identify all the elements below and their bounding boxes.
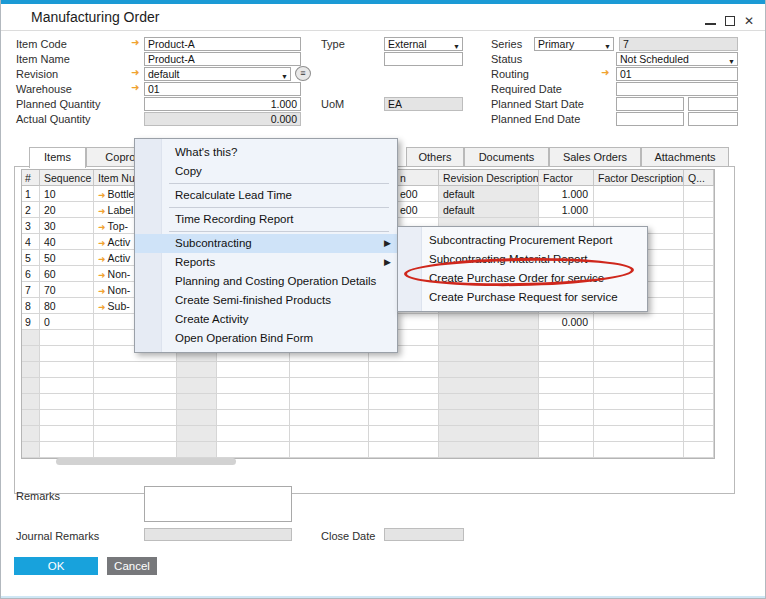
- item-name-input[interactable]: Product-A: [144, 52, 301, 66]
- cell-sequence[interactable]: [40, 362, 94, 378]
- planned-start-date-input[interactable]: [616, 97, 684, 111]
- cell-item-number[interactable]: [94, 394, 177, 410]
- cell-hidden1[interactable]: [177, 442, 217, 458]
- cell-row-number[interactable]: [22, 442, 40, 458]
- cell-fragment[interactable]: [369, 362, 439, 378]
- horizontal-scrollbar-thumb[interactable]: [56, 458, 236, 465]
- link-arrow-icon[interactable]: ➜: [98, 238, 106, 248]
- cell-sequence[interactable]: [40, 394, 94, 410]
- cell-sequence[interactable]: 30: [40, 218, 94, 234]
- cell-revision-description[interactable]: [439, 362, 539, 378]
- link-arrow-icon[interactable]: ➜: [98, 222, 106, 232]
- cell-sequence[interactable]: 50: [40, 250, 94, 266]
- cell-revision-description[interactable]: default: [439, 202, 539, 218]
- cell-hidden1[interactable]: [177, 362, 217, 378]
- menu-item-create-semi-finished[interactable]: Create Semi-finished Products: [135, 291, 397, 310]
- tab-documents[interactable]: Documents: [464, 147, 549, 167]
- cell-factor-description[interactable]: [594, 330, 684, 346]
- link-arrow-icon[interactable]: ➜: [98, 190, 106, 200]
- cell-factor-description[interactable]: [594, 426, 684, 442]
- cell-factor[interactable]: 0.000: [539, 314, 594, 330]
- cell-row-number[interactable]: 9: [22, 314, 40, 330]
- planned-end-time-input[interactable]: [688, 112, 738, 126]
- cell-factor-description[interactable]: [594, 394, 684, 410]
- cell-fragment[interactable]: [369, 410, 439, 426]
- cell-row-number[interactable]: 8: [22, 298, 40, 314]
- cell-hidden2[interactable]: [217, 378, 290, 394]
- menu-item-whats-this[interactable]: What's this?: [135, 143, 397, 162]
- cell-quantity[interactable]: [684, 410, 714, 426]
- menu-item-reports[interactable]: Reports ▶: [135, 253, 397, 272]
- cell-row-number[interactable]: [22, 346, 40, 362]
- submenu-item-create-purchase-request[interactable]: Create Purchase Request for service: [398, 288, 647, 307]
- cell-hidden3[interactable]: [290, 394, 369, 410]
- tab-attachments[interactable]: Attachments: [641, 147, 729, 167]
- item-code-link-arrow-icon[interactable]: ➜: [131, 37, 139, 48]
- cell-sequence[interactable]: [40, 426, 94, 442]
- menu-item-recalculate-lead-time[interactable]: Recalculate Lead Time: [135, 186, 397, 205]
- cell-quantity[interactable]: [684, 266, 714, 282]
- cell-item-number[interactable]: [94, 362, 177, 378]
- maximize-icon[interactable]: [723, 14, 737, 28]
- cell-hidden2[interactable]: [217, 394, 290, 410]
- cell-sequence[interactable]: 80: [40, 298, 94, 314]
- tab-others[interactable]: Others: [406, 147, 464, 167]
- cell-quantity[interactable]: [684, 250, 714, 266]
- cell-factor[interactable]: [539, 362, 594, 378]
- submenu-item-create-purchase-order[interactable]: Create Purchase Order for service: [398, 269, 647, 288]
- type-select[interactable]: External ▼: [384, 37, 463, 51]
- cell-sequence[interactable]: [40, 346, 94, 362]
- cell-hidden2[interactable]: [217, 442, 290, 458]
- cell-row-number[interactable]: [22, 426, 40, 442]
- tab-items[interactable]: Items: [29, 147, 86, 168]
- cell-fragment[interactable]: [369, 442, 439, 458]
- cell-quantity[interactable]: [684, 442, 714, 458]
- cell-sequence[interactable]: 60: [40, 266, 94, 282]
- cell-sequence[interactable]: 70: [40, 282, 94, 298]
- revision-link-arrow-icon[interactable]: ➜: [131, 67, 139, 78]
- warehouse-link-arrow-icon[interactable]: ➜: [131, 82, 139, 93]
- cell-quantity[interactable]: [684, 314, 714, 330]
- cell-hidden1[interactable]: [177, 410, 217, 426]
- remarks-textarea[interactable]: [144, 486, 292, 522]
- cell-hidden3[interactable]: [290, 362, 369, 378]
- link-arrow-icon[interactable]: ➜: [98, 254, 106, 264]
- cell-quantity[interactable]: [684, 394, 714, 410]
- submenu-item-procurement-report[interactable]: Subcontracting Procurement Report: [398, 231, 647, 250]
- cell-factor-description[interactable]: [594, 186, 684, 202]
- minimize-icon[interactable]: [704, 14, 718, 28]
- cell-row-number[interactable]: 4: [22, 234, 40, 250]
- cell-item-number[interactable]: [94, 410, 177, 426]
- cell-row-number[interactable]: 1: [22, 186, 40, 202]
- cell-revision-description[interactable]: [439, 426, 539, 442]
- cell-item-number[interactable]: [94, 426, 177, 442]
- cell-factor[interactable]: [539, 330, 594, 346]
- cell-row-number[interactable]: 2: [22, 202, 40, 218]
- cell-sequence[interactable]: [40, 410, 94, 426]
- cell-sequence[interactable]: 40: [40, 234, 94, 250]
- cell-fragment[interactable]: [369, 394, 439, 410]
- revision-menu-icon[interactable]: ≡: [295, 66, 311, 81]
- cell-fragment[interactable]: [369, 378, 439, 394]
- menu-item-copy[interactable]: Copy: [135, 162, 397, 181]
- cell-factor[interactable]: [539, 442, 594, 458]
- cell-factor[interactable]: 1.000: [539, 202, 594, 218]
- cell-factor-description[interactable]: [594, 314, 684, 330]
- cell-revision-description[interactable]: [439, 346, 539, 362]
- link-arrow-icon[interactable]: ➜: [98, 206, 106, 216]
- cell-row-number[interactable]: [22, 362, 40, 378]
- cell-row-number[interactable]: 7: [22, 282, 40, 298]
- link-arrow-icon[interactable]: ➜: [98, 302, 106, 312]
- planned-end-date-input[interactable]: [616, 112, 684, 126]
- cell-item-number[interactable]: [94, 378, 177, 394]
- routing-input[interactable]: 01: [616, 67, 738, 81]
- cell-quantity[interactable]: [684, 282, 714, 298]
- cell-row-number[interactable]: [22, 394, 40, 410]
- cell-sequence[interactable]: [40, 442, 94, 458]
- cell-revision-description[interactable]: [439, 314, 539, 330]
- cell-row-number[interactable]: 5: [22, 250, 40, 266]
- cell-factor[interactable]: [539, 394, 594, 410]
- cell-quantity[interactable]: [684, 330, 714, 346]
- cell-quantity[interactable]: [684, 218, 714, 234]
- cell-fragment[interactable]: [369, 426, 439, 442]
